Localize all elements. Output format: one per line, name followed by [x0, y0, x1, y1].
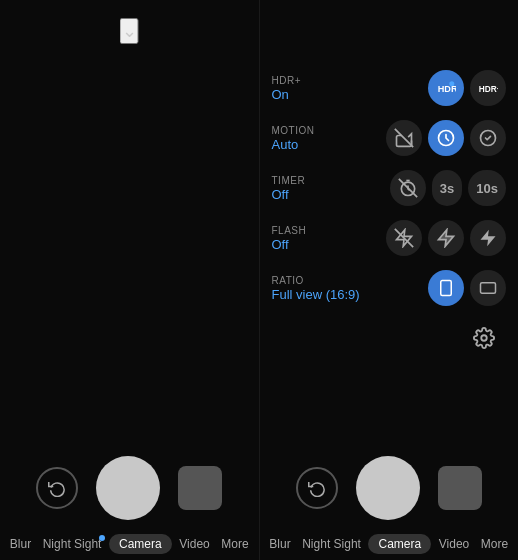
flash-on-button[interactable] — [470, 220, 506, 256]
hdr-options: HDR HDR+ — [428, 70, 506, 106]
nav-camera-right[interactable]: Camera — [368, 534, 431, 554]
thumbnail-button-right[interactable] — [438, 466, 482, 510]
timer-off-button[interactable] — [390, 170, 426, 206]
svg-rect-11 — [441, 281, 452, 296]
night-sight-dot — [99, 535, 105, 541]
timer-label: TIMER Off — [272, 175, 352, 202]
flash-title: FLASH — [272, 225, 352, 236]
svg-text:HDR+: HDR+ — [479, 84, 498, 94]
ratio-value: Full view (16:9) — [272, 287, 360, 302]
motion-label: MOTION Auto — [272, 125, 352, 152]
hdr-value: On — [272, 87, 352, 102]
hdr-title: HDR+ — [272, 75, 352, 86]
ratio-square-button[interactable] — [470, 270, 506, 306]
hdr-label: HDR+ On — [272, 75, 352, 102]
nav-video-left[interactable]: Video — [175, 535, 213, 553]
svg-marker-9 — [439, 230, 454, 247]
nav-blur-left[interactable]: Blur — [6, 535, 35, 553]
nav-more-right[interactable]: More — [477, 535, 512, 553]
timer-3s-button[interactable]: 3s — [432, 170, 462, 206]
settings-overlay: HDR+ On HDR HDR+ MOTION — [260, 60, 519, 366]
ratio-title: RATIO — [272, 275, 360, 286]
nav-nightsight-left[interactable]: Night Sight — [39, 535, 106, 553]
gear-row — [272, 320, 507, 356]
flash-value: Off — [272, 237, 352, 252]
timer-10s-button[interactable]: 10s — [468, 170, 506, 206]
shutter-button-right[interactable] — [356, 456, 420, 520]
ratio-label: RATIO Full view (16:9) — [272, 275, 360, 302]
flash-options — [386, 220, 506, 256]
motion-options — [386, 120, 506, 156]
svg-rect-12 — [481, 283, 496, 294]
hdr-plus-button[interactable]: HDR+ — [470, 70, 506, 106]
hdr-row: HDR+ On HDR HDR+ — [272, 70, 507, 106]
timer-title: TIMER — [272, 175, 352, 186]
ratio-row: RATIO Full view (16:9) — [272, 270, 507, 306]
flash-label: FLASH Off — [272, 225, 352, 252]
motion-title: MOTION — [272, 125, 352, 136]
chevron-button[interactable]: ⌄ — [120, 18, 139, 44]
hdr-auto-button[interactable]: HDR — [428, 70, 464, 106]
nav-blur-right[interactable]: Blur — [265, 535, 294, 553]
motion-auto-button[interactable] — [428, 120, 464, 156]
right-panel: HDR+ On HDR HDR+ MOTION — [260, 0, 519, 560]
ratio-full-button[interactable] — [428, 270, 464, 306]
flash-off-button[interactable] — [386, 220, 422, 256]
shutter-button[interactable] — [96, 456, 160, 520]
motion-off-button[interactable] — [386, 120, 422, 156]
motion-value: Auto — [272, 137, 352, 152]
timer-options: 3s 10s — [390, 170, 506, 206]
svg-marker-10 — [481, 230, 496, 247]
nav-more-left[interactable]: More — [217, 535, 252, 553]
motion-on-button[interactable] — [470, 120, 506, 156]
rotate-button-right[interactable] — [296, 467, 338, 509]
left-panel: ⌄ Blur Night Sight Camera Video More — [0, 0, 259, 560]
settings-gear-button[interactable] — [466, 320, 502, 356]
thumbnail-button[interactable] — [178, 466, 222, 510]
svg-point-13 — [481, 335, 487, 341]
nav-camera-left[interactable]: Camera — [109, 534, 172, 554]
right-bottom-controls — [260, 456, 519, 520]
left-bottom-nav: Blur Night Sight Camera Video More — [0, 534, 259, 554]
motion-row: MOTION Auto — [272, 120, 507, 156]
left-bottom-controls — [0, 456, 259, 520]
flash-row: FLASH Off — [272, 220, 507, 256]
nav-video-right[interactable]: Video — [435, 535, 473, 553]
svg-point-1 — [449, 81, 454, 86]
nav-nightsight-right[interactable]: Night Sight — [298, 535, 365, 553]
timer-value: Off — [272, 187, 352, 202]
ratio-options — [428, 270, 506, 306]
flash-auto-button[interactable] — [428, 220, 464, 256]
right-bottom-nav: Blur Night Sight Camera Video More — [260, 534, 519, 554]
timer-row: TIMER Off 3s 10s — [272, 170, 507, 206]
rotate-button[interactable] — [36, 467, 78, 509]
